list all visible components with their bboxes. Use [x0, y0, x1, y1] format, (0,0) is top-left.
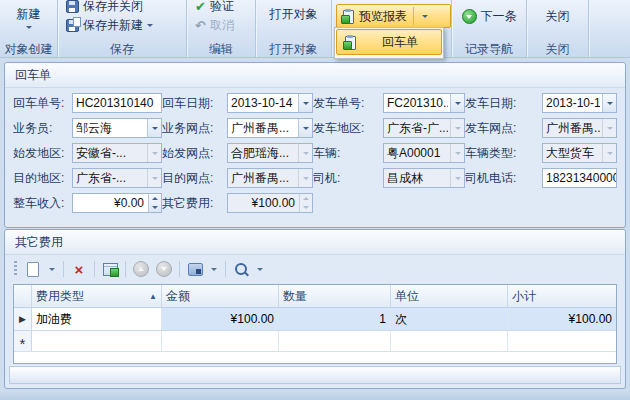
dest-branch-value: 广州番禺... [231, 170, 296, 187]
preview-report-dropdown[interactable] [418, 5, 431, 27]
dropdown-arrow-icon [450, 119, 464, 137]
column-header-amount-label: 金额 [166, 288, 190, 305]
salesman-combo[interactable]: 邹云海 [72, 118, 162, 138]
empty-cell[interactable] [279, 331, 391, 351]
fees-toolbar: × [9, 255, 621, 283]
vehicle-combo: 粤A00001 [383, 143, 465, 163]
dispatch-branch-value: 广州番禺... [546, 120, 600, 137]
group-label-object-create: 对象创建 [0, 42, 57, 57]
dropdown-arrow-icon [602, 144, 616, 162]
save-close-label: 保存并关闭 [83, 0, 143, 15]
dispatch-region-combo: 广东省-广... [383, 118, 465, 138]
return-no-input[interactable]: HC201310140 [72, 93, 162, 113]
fee-type-cell[interactable]: 加油费 [32, 308, 162, 330]
dropdown-arrow-icon[interactable] [147, 119, 161, 137]
append-grid-button[interactable] [100, 259, 120, 279]
dropdown-arrow-icon[interactable] [450, 94, 464, 112]
return-trip-panel-title: 回车单 [5, 63, 625, 88]
undo-icon: ↶ [195, 19, 206, 32]
return-date-picker[interactable]: 2013-10-14 [227, 93, 313, 113]
move-down-button[interactable] [154, 259, 174, 279]
move-up-button[interactable] [131, 259, 151, 279]
empty-cell[interactable] [162, 331, 279, 351]
fee-unit-cell[interactable]: 次 [391, 308, 508, 330]
menu-item-return-trip[interactable]: 回车单 [336, 29, 442, 55]
open-object-button[interactable]: 打开对象 [260, 0, 327, 42]
origin-branch-combo: 合肥瑶海... [227, 143, 313, 163]
export-button[interactable] [185, 259, 205, 279]
preview-report-button[interactable]: 预览报表 [336, 4, 451, 28]
empty-cell[interactable] [391, 331, 508, 351]
new-button[interactable]: 新建 [4, 0, 53, 42]
cancel-button[interactable]: ↶ 取消 [191, 16, 238, 35]
group-label-close: 关闭 [527, 42, 588, 57]
column-header-type[interactable]: 费用类型▲ [32, 285, 162, 307]
column-header-subtotal[interactable]: 小计 [508, 285, 616, 307]
dispatch-branch-label: 发车网点: [465, 120, 542, 137]
check-icon: ✔ [195, 0, 206, 13]
other-fee-value: ¥100.00 [231, 196, 297, 210]
validate-button[interactable]: ✔ 验证 [191, 0, 238, 16]
driver-phone-label: 司机电话: [465, 170, 542, 187]
dropdown-arrow-icon [147, 144, 161, 162]
business-branch-label: 业务网点: [162, 120, 227, 137]
toolbar-overflow-button[interactable] [254, 259, 266, 279]
close-label: 关闭 [546, 8, 570, 25]
export-dropdown[interactable] [208, 259, 220, 279]
dispatch-date-picker[interactable]: 2013-10-14 [542, 93, 617, 113]
vehicle-income-value: ¥0.00 [76, 196, 146, 210]
fee-subtotal-cell[interactable]: ¥100.00 [508, 308, 616, 330]
column-header-unit[interactable]: 单位 [391, 285, 508, 307]
close-button[interactable]: 关闭 [531, 0, 584, 42]
dropdown-arrow-icon[interactable] [602, 94, 616, 112]
delete-fee-button[interactable]: × [69, 259, 89, 279]
current-row-marker: ▶ [14, 308, 32, 330]
dispatch-no-combo[interactable]: FC201310... [383, 93, 465, 113]
dropdown-arrow-icon [298, 144, 312, 162]
report-icon [343, 35, 357, 50]
driver-phone-input[interactable]: 18231340000 [542, 168, 617, 188]
dropdown-arrow-icon[interactable] [298, 94, 312, 112]
append-grid-icon [103, 263, 118, 276]
dispatch-no-label: 发车单号: [313, 95, 383, 112]
other-fee-spinner: ¥100.00 [227, 193, 313, 213]
next-record-label: 下一条 [481, 8, 517, 25]
new-fee-row[interactable]: * [14, 331, 616, 352]
new-button-label: 新建 [17, 6, 41, 23]
vehicle-income-label: 整车收入: [13, 195, 72, 212]
dropdown-arrow-icon [450, 169, 464, 187]
column-header-amount[interactable]: 金额 [162, 285, 279, 307]
return-no-label: 回车单号: [13, 95, 72, 112]
new-record-icon [27, 262, 39, 277]
empty-cell[interactable] [32, 331, 162, 351]
vehicle-income-spinner[interactable]: ¥0.00 [72, 193, 162, 213]
add-fee-dropdown[interactable] [46, 259, 58, 279]
column-header-type-label: 费用类型 [36, 288, 84, 305]
search-button[interactable] [231, 259, 251, 279]
group-label-record-nav: 记录导航 [452, 42, 526, 57]
origin-region-combo: 安徽省-... [72, 143, 162, 163]
fee-qty-cell[interactable]: 1 [279, 308, 391, 330]
toolbar-separator [63, 261, 64, 277]
save-new-button[interactable]: 保存并新建 [62, 16, 157, 35]
column-header-qty[interactable]: 数量 [279, 285, 391, 307]
save-close-button[interactable]: 保存并关闭 [62, 0, 157, 16]
move-up-icon [133, 261, 149, 277]
spinner-arrows-icon[interactable] [148, 194, 161, 212]
business-branch-combo[interactable]: 广州番禺... [227, 118, 313, 138]
other-fees-panel-title: 其它费用 [5, 230, 625, 255]
salesman-label: 业务员: [13, 120, 72, 137]
vehicle-type-combo: 大型货车 [542, 143, 617, 163]
fee-row[interactable]: ▶ 加油费 ¥100.00 1 次 ¥100.00 [14, 308, 616, 331]
add-fee-button[interactable] [23, 259, 43, 279]
toolbar-separator [94, 261, 95, 277]
empty-cell[interactable] [508, 331, 616, 351]
next-record-button[interactable]: 下一条 [456, 0, 522, 25]
fee-amount-cell[interactable]: ¥100.00 [162, 308, 279, 330]
delete-icon: × [75, 262, 84, 277]
dispatch-date-value: 2013-10-14 [546, 96, 600, 110]
toolbar-grip-handle[interactable] [14, 261, 17, 277]
dispatch-region-value: 广东省-广... [387, 120, 448, 137]
dropdown-arrow-icon[interactable] [298, 119, 312, 137]
cancel-label: 取消 [210, 17, 234, 34]
